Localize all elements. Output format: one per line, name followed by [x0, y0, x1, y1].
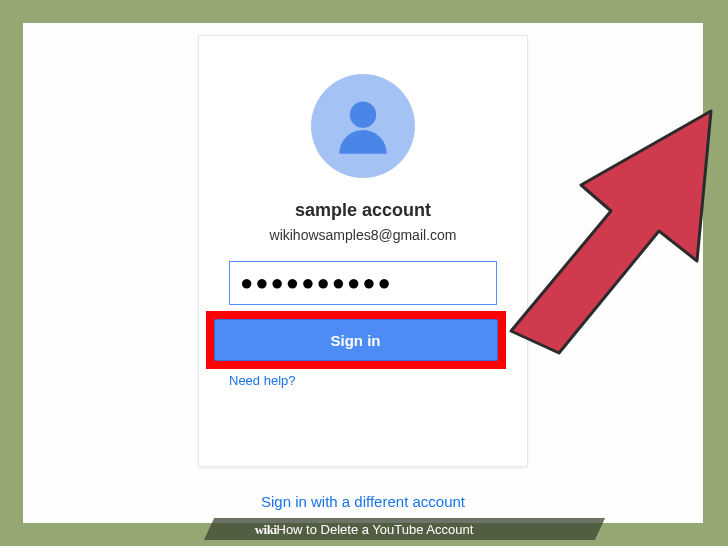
content-frame: sample account wikihowsamples8@gmail.com… [23, 23, 703, 523]
different-account-link[interactable]: Sign in with a different account [261, 493, 465, 510]
avatar [311, 74, 415, 178]
need-help-link[interactable]: Need help? [229, 373, 296, 388]
arrow-icon [501, 101, 728, 371]
wikihow-logo: wiki [255, 522, 277, 537]
person-icon [330, 93, 396, 159]
signin-card: sample account wikihowsamples8@gmail.com… [198, 35, 528, 467]
highlight-box: Sign in [206, 311, 506, 369]
account-email: wikihowsamples8@gmail.com [270, 227, 457, 243]
password-input[interactable] [229, 261, 497, 305]
account-name: sample account [295, 200, 431, 221]
article-title: How to Delete a YouTube Account [277, 522, 474, 537]
caption-bar: wikiHow to Delete a YouTube Account [0, 520, 728, 538]
svg-point-0 [350, 102, 376, 128]
signin-button[interactable]: Sign in [214, 319, 498, 361]
